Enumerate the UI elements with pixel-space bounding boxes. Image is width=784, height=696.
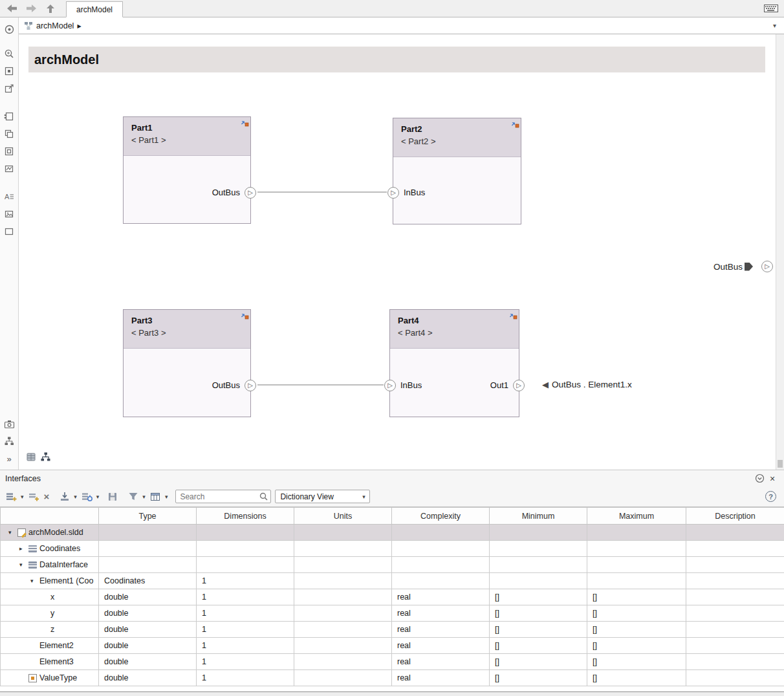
chevron-down-icon[interactable]: ▾ <box>96 494 100 500</box>
view-selector-dropdown[interactable]: Dictionary View ▾ <box>275 490 370 503</box>
table-cell[interactable]: 1 <box>197 638 294 654</box>
table-cell[interactable] <box>197 525 294 541</box>
table-cell[interactable] <box>294 605 392 622</box>
table-cell[interactable]: [] <box>490 654 587 670</box>
pop-out-icon[interactable] <box>2 82 16 95</box>
table-cell[interactable]: [] <box>587 638 686 654</box>
table-cell[interactable] <box>294 589 392 605</box>
delete-button[interactable]: × <box>42 489 52 505</box>
output-port-out1[interactable]: ▷ <box>513 380 525 391</box>
back-button[interactable] <box>4 1 19 16</box>
table-row[interactable]: ▾archModel.sldd <box>1 525 784 541</box>
show-columns-button[interactable] <box>148 489 163 505</box>
component-tool-icon[interactable] <box>2 110 16 123</box>
component-header[interactable]: Part2 < Part2 > <box>393 118 521 157</box>
table-row[interactable]: Element2double1real[][] <box>1 638 784 654</box>
architecture-views-icon[interactable] <box>2 435 16 448</box>
table-cell[interactable]: 1 <box>197 589 294 605</box>
reference-component-tool-icon[interactable] <box>2 145 16 158</box>
table-cell[interactable]: [] <box>490 622 587 638</box>
table-row[interactable]: ▾DataInterface <box>1 557 784 573</box>
table-cell[interactable]: double <box>99 638 197 654</box>
table-cell[interactable]: [] <box>587 622 686 638</box>
panel-bottom-scrollbar[interactable] <box>0 691 784 696</box>
expand-palette-icon[interactable]: » <box>2 452 16 465</box>
table-cell[interactable]: [] <box>587 670 686 686</box>
open-model-badge-icon[interactable] <box>241 118 249 127</box>
variant-component-tool-icon[interactable] <box>2 127 16 140</box>
component-header[interactable]: Part4 < Part4 > <box>390 310 519 349</box>
table-cell[interactable]: real <box>392 654 490 670</box>
table-cell[interactable] <box>99 541 197 557</box>
scrollbar-thumb[interactable] <box>778 460 783 468</box>
table-cell[interactable]: real <box>392 622 490 638</box>
table-cell[interactable] <box>587 557 686 573</box>
table-cell[interactable] <box>294 557 392 573</box>
table-cell[interactable]: real <box>392 589 490 605</box>
table-cell[interactable] <box>392 557 490 573</box>
table-cell[interactable] <box>686 557 784 573</box>
component-part4[interactable]: Part4 < Part4 > InBus ▷ Out1 ▷ <box>389 309 519 417</box>
table-cell[interactable] <box>99 525 197 541</box>
table-cell[interactable]: double <box>99 654 197 670</box>
table-cell[interactable]: [] <box>587 654 686 670</box>
collapse-toolstrip-icon[interactable]: ▾ <box>773 22 779 29</box>
open-model-badge-icon[interactable] <box>241 311 249 320</box>
image-tool-icon[interactable] <box>2 208 16 221</box>
table-cell[interactable]: [] <box>490 605 587 622</box>
table-cell[interactable] <box>490 525 587 541</box>
screenshot-icon[interactable] <box>2 417 16 430</box>
table-cell[interactable] <box>686 670 784 686</box>
table-cell[interactable]: 1 <box>197 573 294 589</box>
row-name-cell[interactable]: ValueType <box>1 670 99 686</box>
table-cell[interactable] <box>197 541 294 557</box>
table-cell[interactable]: [] <box>587 589 686 605</box>
minimize-panel-button[interactable] <box>753 472 766 485</box>
row-name-cell[interactable]: Element3 <box>1 654 99 670</box>
area-tool-icon[interactable] <box>2 225 16 238</box>
adapter-tool-icon[interactable] <box>2 162 16 175</box>
help-button[interactable]: ? <box>765 491 776 502</box>
up-button[interactable] <box>43 1 58 16</box>
save-button[interactable] <box>105 489 120 505</box>
chevron-down-icon[interactable]: ▾ <box>142 494 146 500</box>
table-cell[interactable] <box>294 654 392 670</box>
output-port-outbus[interactable]: ▷ <box>245 187 256 199</box>
signal-interface-label[interactable]: ◀ OutBus . Element1.x <box>542 380 632 389</box>
table-cell[interactable]: real <box>392 605 490 622</box>
breadcrumb[interactable]: archModel <box>36 21 74 30</box>
chevron-down-icon[interactable]: ▾ <box>165 494 168 500</box>
table-cell[interactable]: real <box>392 670 490 686</box>
table-cell[interactable]: double <box>99 589 197 605</box>
explore-icon[interactable] <box>2 23 16 36</box>
annotation-tool-icon[interactable]: A <box>2 190 16 203</box>
expand-arrow-icon[interactable]: ▸ <box>19 545 28 552</box>
output-port-outbus[interactable]: ▷ <box>245 380 256 391</box>
table-cell[interactable]: double <box>99 622 197 638</box>
component-part2[interactable]: Part2 < Part2 > InBus ▷ <box>393 118 521 224</box>
collapse-arrow-icon[interactable]: ▾ <box>30 578 39 584</box>
collapse-arrow-icon[interactable]: ▾ <box>8 529 17 536</box>
table-cell[interactable] <box>294 541 392 557</box>
architecture-output-port[interactable]: OutBus ▷ <box>713 261 773 272</box>
keyboard-button[interactable] <box>762 1 780 16</box>
table-cell[interactable] <box>490 573 587 589</box>
close-panel-button[interactable]: × <box>766 472 779 485</box>
hierarchy-badge-icon[interactable] <box>40 451 51 462</box>
component-part1[interactable]: Part1 < Part1 > OutBus ▷ <box>123 116 251 224</box>
canvas-vertical-scrollbar[interactable] <box>776 34 784 470</box>
open-model-badge-icon[interactable] <box>509 311 517 320</box>
table-cell[interactable] <box>99 557 197 573</box>
component-header[interactable]: Part1 < Part1 > <box>124 117 250 156</box>
diagram-canvas[interactable]: archModel Part1 < Part1 > OutBus ▷ <box>19 34 784 470</box>
table-cell[interactable] <box>197 557 294 573</box>
tab-archmodel[interactable]: archModel <box>66 1 123 17</box>
table-row[interactable]: ▾Element1 (CooCoodinates1 <box>1 573 784 589</box>
input-port-inbus[interactable]: ▷ <box>384 380 396 391</box>
row-name-cell[interactable]: Element2 <box>1 638 99 654</box>
table-cell[interactable] <box>392 525 490 541</box>
table-cell[interactable] <box>294 622 392 638</box>
import-button[interactable] <box>58 489 72 505</box>
table-cell[interactable] <box>392 541 490 557</box>
table-row[interactable]: ▸Coodinates <box>1 541 784 557</box>
